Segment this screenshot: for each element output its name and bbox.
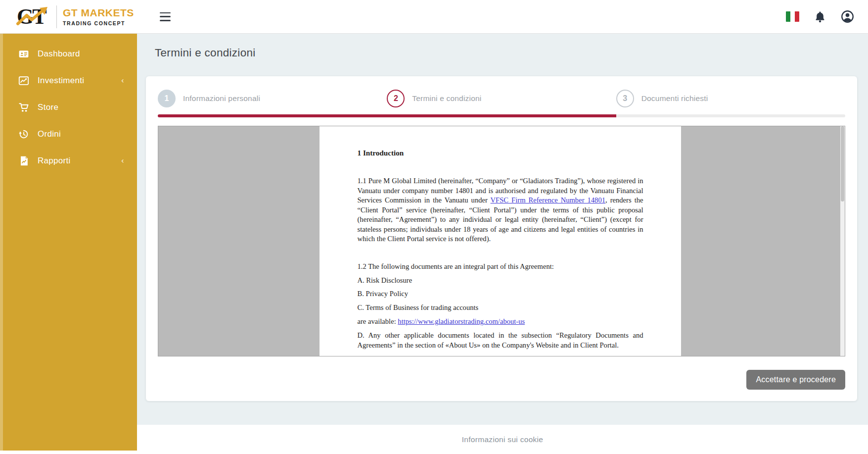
accept-and-proceed-button[interactable]: Accettare e procedere <box>746 370 845 390</box>
step-number: 3 <box>616 90 634 107</box>
viewer-left-margin <box>158 126 320 356</box>
step-number: 2 <box>387 90 405 107</box>
language-flag-button[interactable] <box>786 11 799 22</box>
step-label: Documenti richiesti <box>641 94 708 103</box>
bell-icon <box>814 10 826 23</box>
doc-list-item-a: A. Risk Disclosure <box>358 276 643 285</box>
page-title: Termini e condizioni <box>155 47 868 59</box>
logo-divider <box>56 5 57 28</box>
doc-list-item-d: D. Any other applicable documents locate… <box>358 331 643 350</box>
id-card-icon <box>18 48 30 60</box>
history-icon <box>18 128 30 140</box>
footer: Informazioni sui cookie <box>137 425 868 454</box>
step-label: Informazioni personali <box>183 94 260 103</box>
brand-name: GT MARKETS <box>63 7 134 19</box>
cookie-info-link[interactable]: Informazioni sui cookie <box>462 435 544 444</box>
chevron-left-icon: ‹ <box>121 156 124 165</box>
vfsc-reference-link[interactable]: VFSC Firm Reference Number 14801 <box>491 196 605 204</box>
menu-toggle-button[interactable] <box>160 11 173 22</box>
notifications-button[interactable] <box>814 10 826 23</box>
terms-document-text: 1 Introduction 1.1 Pure M Global Limited… <box>358 126 643 350</box>
chevron-left-icon: ‹ <box>121 76 124 85</box>
wizard-stepper: 1 Informazioni personali 2 Termini e con… <box>158 90 845 107</box>
brand-tagline: TRADING CONCEPT <box>63 20 134 26</box>
sidebar-item-label: Dashboard <box>38 49 124 59</box>
sidebar-item-ordini[interactable]: Ordini <box>0 121 137 148</box>
viewer-scrollbar[interactable] <box>840 126 845 356</box>
wizard-progress-fill <box>158 114 616 117</box>
sidebar-scrollbar[interactable] <box>0 34 3 451</box>
step-documenti-richiesti[interactable]: 3 Documenti richiesti <box>616 90 845 107</box>
sidebar-item-label: Investimenti <box>38 76 121 86</box>
doc-heading: 1 Introduction <box>358 148 643 158</box>
pdf-viewer[interactable]: 1 Introduction 1.1 Pure M Global Limited… <box>158 126 845 356</box>
step-number: 1 <box>158 90 176 107</box>
terms-wizard-card: 1 Informazioni personali 2 Termini e con… <box>146 76 857 401</box>
user-circle-icon <box>841 10 854 23</box>
file-chart-icon <box>18 155 30 167</box>
step-informazioni-personali[interactable]: 1 Informazioni personali <box>158 90 387 107</box>
cart-icon <box>18 101 30 113</box>
doc-paragraph-1-1: 1.1 Pure M Global Limited (hereinafter, … <box>358 176 643 244</box>
sidebar-item-label: Ordini <box>38 129 124 139</box>
account-button[interactable] <box>841 10 854 23</box>
sidebar-item-label: Rapporti <box>38 156 121 166</box>
gt-monogram-logo: GT <box>17 4 52 30</box>
doc-available-line: are available: https://www.gladiatorstra… <box>358 317 643 326</box>
viewer-scrollbar-thumb[interactable] <box>841 126 844 202</box>
about-us-link[interactable]: https://www.gladiatorstrading.com/about-… <box>398 317 525 325</box>
step-termini-e-condizioni[interactable]: 2 Termini e condizioni <box>387 90 616 107</box>
doc-list-item-c: C. Terms of Business for trading account… <box>358 303 643 312</box>
viewer-right-margin <box>681 126 840 356</box>
sidebar-item-rapporti[interactable]: Rapporti ‹ <box>0 148 137 174</box>
chart-line-icon <box>18 75 30 87</box>
sidebar: Dashboard Investimenti ‹ Store Ordini <box>0 34 137 451</box>
doc-paragraph-1-2: 1.2 The following documents are an integ… <box>358 262 643 271</box>
sidebar-item-investimenti[interactable]: Investimenti ‹ <box>0 67 137 94</box>
pdf-page: 1 Introduction 1.1 Pure M Global Limited… <box>320 126 681 356</box>
doc-list-item-b: B. Privacy Policy <box>358 289 643 299</box>
sidebar-item-label: Store <box>38 102 124 112</box>
main-content: Termini e condizioni 1 Informazioni pers… <box>137 34 868 454</box>
sidebar-item-store[interactable]: Store <box>0 94 137 121</box>
gold-arrow-icon <box>15 6 53 29</box>
app-logo: GT GT MARKETS TRADING CONCEPT <box>17 4 134 30</box>
top-bar: GT GT MARKETS TRADING CONCEPT <box>0 0 868 34</box>
sidebar-item-dashboard[interactable]: Dashboard <box>0 41 137 67</box>
wizard-progress-track <box>158 114 845 117</box>
step-label: Termini e condizioni <box>412 94 481 103</box>
